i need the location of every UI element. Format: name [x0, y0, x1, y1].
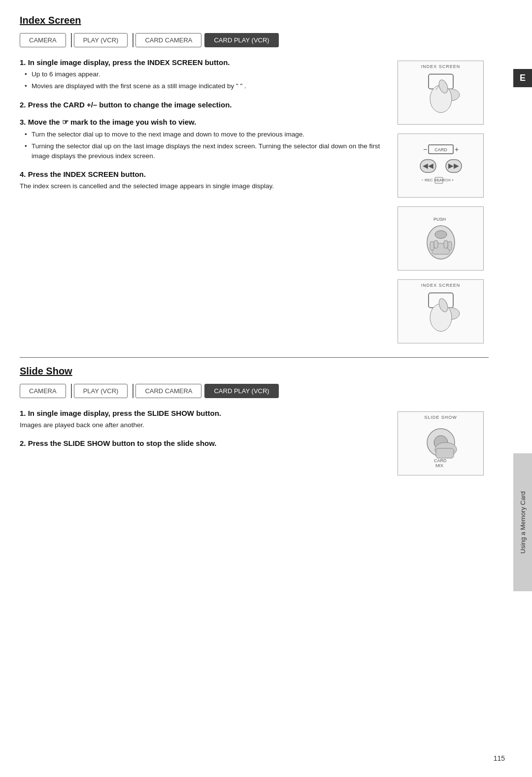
slide-show-steps-container: 1. In single image display, press the SL… [20, 409, 489, 475]
slide-step-2-heading: 2. Press the SLIDE SHOW button to stop t… [20, 439, 383, 447]
illus-slide-show: SLIDE SHOW CARD MIX [398, 411, 484, 475]
illus-card-button: CARD − + ◀◀ ▶▶ − REC SEARCH + [398, 134, 484, 198]
tab-card-play-vcr-1[interactable]: CARD PLAY (VCR) [204, 33, 278, 47]
index-step-4-body: The index screen is cancelled and the se… [20, 181, 383, 191]
index-steps-container: 1. In single image display, press the IN… [20, 58, 489, 343]
svg-text:+: + [454, 145, 458, 153]
index-step-2-heading: 2. Press the CARD +/– button to change t… [20, 101, 383, 109]
tab-divider-2 [133, 33, 133, 47]
step-1-num: 1. [20, 58, 28, 67]
svg-text:↕: ↕ [442, 217, 444, 222]
tab-divider-4 [133, 384, 133, 398]
slide-step-1-num: 1. [20, 409, 28, 417]
illus-svg-5: CARD MIX [406, 419, 475, 468]
illus-selector-dial: PUSH ↕ [398, 206, 484, 270]
slide-show-steps-text: 1. In single image display, press the SL… [20, 409, 393, 475]
svg-point-21 [435, 231, 447, 238]
step-3-num: 3. Move the ☞ mark to the image you wish… [20, 118, 196, 126]
step-2-num: 2. [20, 101, 28, 109]
slide-step-1-heading: 1. In single image display, press the SL… [20, 409, 383, 417]
index-steps-text: 1. In single image display, press the IN… [20, 58, 393, 343]
slide-show-title: Slide Show [20, 366, 489, 377]
svg-text:CARD: CARD [434, 147, 447, 152]
page: E Using a Memory Card Index Screen CAMER… [0, 0, 532, 777]
svg-text:▶▶: ▶▶ [448, 162, 459, 169]
index-step-3-heading: 3. Move the ☞ mark to the image you wish… [20, 118, 383, 127]
bullet-1-2: Movies are displayed with the first scen… [25, 81, 383, 91]
tab-play-vcr-1[interactable]: PLAY (VCR) [74, 33, 128, 47]
tab-card-camera-1[interactable]: CARD CAMERA [135, 33, 201, 47]
tab-card-camera-2[interactable]: CARD CAMERA [135, 384, 201, 398]
slide-step-2: 2. Press the SLIDE SHOW button to stop t… [20, 439, 383, 447]
slide-show-section: Slide Show CAMERA PLAY (VCR) CARD CAMERA… [20, 366, 489, 475]
svg-rect-25 [434, 240, 438, 248]
index-screen-title: Index Screen [20, 15, 489, 26]
right-tab-area: E [513, 0, 532, 777]
svg-text:◀◀: ◀◀ [423, 162, 433, 169]
illus-svg-3: PUSH ↕ [406, 214, 475, 263]
slide-show-illustrations: SLIDE SHOW CARD MIX [393, 409, 489, 475]
side-label-text: Using a Memory Card [519, 491, 527, 553]
illus-slide-show-label: SLIDE SHOW [398, 415, 483, 420]
page-number: 115 [494, 754, 505, 762]
svg-text:PUSH: PUSH [433, 217, 446, 222]
bullet-1-1: Up to 6 images appear. [25, 69, 383, 79]
section-tab-e: E [513, 69, 532, 87]
index-step-3-bullets: Turn the selector dial up to move to the… [25, 130, 383, 162]
index-screen-section: Index Screen CAMERA PLAY (VCR) CARD CAME… [20, 15, 489, 343]
illus-index-screen-1: INDEX SCREEN ● [398, 61, 484, 125]
illus-svg-1: ● [406, 68, 475, 117]
tab-divider-1 [71, 33, 72, 47]
step-4-num: 4. Press the INDEX SCREEN button. [20, 170, 146, 178]
index-illustrations: INDEX SCREEN ● [393, 58, 489, 343]
index-step-4: 4. Press the INDEX SCREEN button. The in… [20, 170, 383, 191]
section-divider [20, 357, 489, 358]
tab-play-vcr-2[interactable]: PLAY (VCR) [74, 384, 128, 398]
tab-divider-3 [71, 384, 72, 398]
index-step-1-bullets: Up to 6 images appear. Movies are displa… [25, 69, 383, 92]
tab-camera-1[interactable]: CAMERA [20, 33, 66, 47]
index-step-2: 2. Press the CARD +/– button to change t… [20, 101, 383, 109]
svg-rect-24 [448, 241, 452, 250]
tab-camera-2[interactable]: CAMERA [20, 384, 66, 398]
main-content: Index Screen CAMERA PLAY (VCR) CARD CAME… [0, 0, 513, 777]
svg-rect-36 [436, 448, 454, 458]
svg-text:−: − [423, 145, 427, 153]
slide-step-1: 1. In single image display, press the SL… [20, 409, 383, 430]
tab-card-play-vcr-2[interactable]: CARD PLAY (VCR) [204, 384, 278, 398]
index-step-1: 1. In single image display, press the IN… [20, 58, 383, 92]
illus-label-4: INDEX SCREEN [398, 283, 483, 288]
svg-text:CARD: CARD [434, 458, 447, 463]
svg-text:MIX: MIX [435, 463, 443, 468]
index-step-1-heading: 1. In single image display, press the IN… [20, 58, 383, 67]
svg-rect-23 [430, 241, 434, 250]
slide-step-1-body: Images are played back one after another… [20, 420, 383, 430]
bullet-3-2: Turning the selector dial up on the last… [25, 141, 383, 162]
index-screen-mode-tabs: CAMERA PLAY (VCR) CARD CAMERA CARD PLAY … [20, 33, 489, 47]
illus-index-screen-2: INDEX SCREEN ● [398, 279, 484, 343]
illus-label-1: INDEX SCREEN [398, 64, 483, 69]
svg-rect-26 [444, 240, 448, 248]
slide-show-mode-tabs: CAMERA PLAY (VCR) CARD CAMERA CARD PLAY … [20, 384, 489, 398]
index-step-3: 3. Move the ☞ mark to the image you wish… [20, 118, 383, 162]
illus-svg-2: CARD − + ◀◀ ▶▶ − REC SEARCH + [406, 141, 475, 190]
illus-svg-4: ● [406, 287, 475, 336]
side-label: Using a Memory Card [513, 453, 532, 591]
bullet-3-1: Turn the selector dial up to move to the… [25, 130, 383, 139]
index-step-4-heading: 4. Press the INDEX SCREEN button. [20, 170, 383, 178]
slide-step-2-num: 2. [20, 439, 28, 447]
